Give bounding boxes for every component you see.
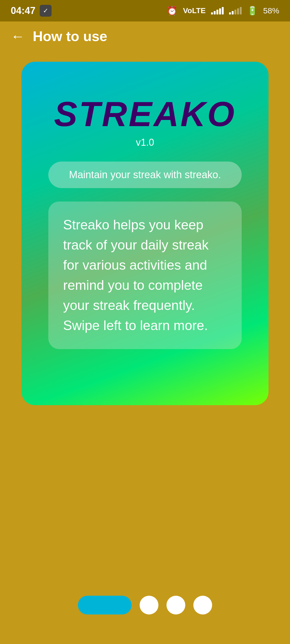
- description-box: Streako helps you keep track of your dai…: [48, 202, 242, 349]
- status-time: 04:47: [11, 5, 35, 16]
- tagline-pill: Maintain your streak with streako.: [48, 162, 242, 188]
- battery-icon: 🔋: [247, 6, 258, 16]
- status-right: ⏰ VoLTE 🔋 58%: [167, 6, 279, 16]
- pagination-dot-2[interactable]: [140, 596, 158, 614]
- pagination-dot-1[interactable]: [78, 596, 132, 614]
- task-manager-icon: ✓: [40, 5, 52, 17]
- how-to-use-card: STREAKO v1.0 Maintain your streak with s…: [21, 62, 269, 405]
- battery-percentage: 58%: [263, 6, 279, 15]
- version-text: v1.0: [136, 137, 154, 148]
- pagination-dots: [0, 596, 290, 614]
- pagination-dot-4[interactable]: [193, 596, 212, 614]
- status-left: 04:47 ✓: [11, 5, 52, 17]
- main-content: STREAKO v1.0 Maintain your streak with s…: [0, 51, 290, 416]
- status-bar: 04:47 ✓ ⏰ VoLTE 🔋 58%: [0, 0, 290, 21]
- app-logo-title: STREAKO: [54, 94, 236, 134]
- back-button[interactable]: ←: [11, 29, 25, 43]
- page-title: How to use: [33, 28, 107, 44]
- signal-bars-2: [229, 7, 242, 14]
- signal-bars-1: [211, 7, 224, 14]
- volte-icon: VoLTE: [183, 6, 206, 15]
- alarm-icon: ⏰: [167, 6, 177, 16]
- pagination-dot-3[interactable]: [166, 596, 185, 614]
- app-bar: ← How to use: [0, 21, 290, 51]
